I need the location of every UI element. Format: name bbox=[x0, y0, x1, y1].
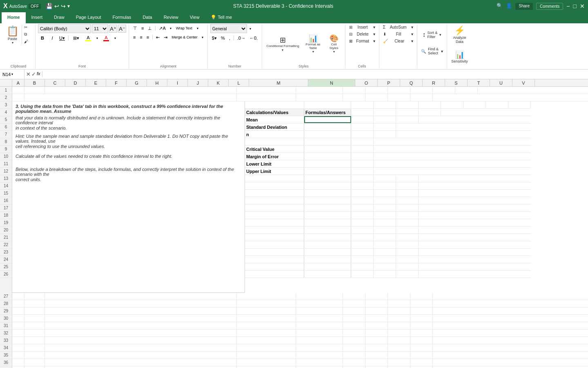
cell-p3[interactable] bbox=[374, 101, 396, 108]
cell-m1[interactable] bbox=[237, 87, 296, 94]
find-select-button[interactable]: 🔍 Find &Select ▾ bbox=[420, 46, 444, 56]
cell-n26[interactable] bbox=[304, 271, 351, 278]
find-dropdown[interactable]: ▾ bbox=[441, 49, 443, 54]
cell-p25[interactable] bbox=[374, 263, 396, 270]
cell-n5-mean-value[interactable] bbox=[304, 116, 351, 123]
cell-a2[interactable] bbox=[12, 94, 24, 101]
tab-data[interactable]: Data bbox=[137, 12, 158, 23]
orientation-dropdown[interactable]: ▾ bbox=[168, 24, 173, 32]
cell-p23[interactable] bbox=[374, 249, 396, 256]
col-header-b[interactable]: B bbox=[24, 79, 45, 87]
clear-button[interactable]: 🧹 Clear ▾ bbox=[382, 38, 414, 44]
cell-p4[interactable] bbox=[374, 109, 396, 116]
cell-p20[interactable] bbox=[374, 227, 396, 233]
cell-o23[interactable] bbox=[351, 249, 374, 256]
cell-q15[interactable] bbox=[396, 190, 419, 197]
insert-button[interactable]: ⊞ Insert ▾ bbox=[348, 24, 376, 30]
col-header-v[interactable]: V bbox=[512, 79, 535, 87]
cell-q21[interactable] bbox=[396, 234, 419, 241]
cell-p5[interactable] bbox=[374, 116, 396, 123]
save-icon[interactable]: 💾 bbox=[46, 3, 53, 9]
number-format-select[interactable]: General bbox=[210, 24, 247, 33]
cell-n13[interactable] bbox=[304, 175, 351, 182]
col-header-s[interactable]: S bbox=[445, 79, 468, 87]
orientation-button[interactable]: ↗A bbox=[157, 24, 167, 32]
cell-m4-header[interactable]: Calculations/Values bbox=[245, 109, 304, 116]
col-header-q[interactable]: Q bbox=[400, 79, 423, 87]
delete-button[interactable]: ⊟ Delete ▾ bbox=[348, 31, 376, 37]
col-header-l[interactable]: L bbox=[229, 79, 249, 87]
cell-t1[interactable] bbox=[455, 87, 478, 94]
font-size-increase-button[interactable]: A⁺ bbox=[109, 25, 117, 33]
col-header-f[interactable]: F bbox=[106, 79, 127, 87]
cell-o9[interactable] bbox=[351, 146, 374, 153]
decrease-decimal-button[interactable]: .0→ bbox=[236, 34, 247, 42]
cell-p22[interactable] bbox=[374, 241, 396, 248]
cell-p16[interactable] bbox=[374, 197, 396, 204]
cell-q17[interactable] bbox=[396, 204, 419, 211]
cell-o12[interactable] bbox=[351, 168, 374, 175]
wrap-text-dropdown[interactable]: ▾ bbox=[195, 24, 200, 32]
cell-n14[interactable] bbox=[304, 182, 351, 189]
comma-button[interactable]: , bbox=[227, 34, 232, 42]
cell-q26[interactable] bbox=[396, 271, 419, 278]
cell-o21[interactable] bbox=[351, 234, 374, 241]
cell-m12-upper[interactable]: Upper Limit bbox=[245, 168, 304, 175]
italic-button[interactable]: I bbox=[48, 34, 57, 42]
col-header-j[interactable]: J bbox=[188, 79, 208, 87]
indent-increase-button[interactable]: ⇥ bbox=[162, 33, 169, 41]
cell-r1[interactable] bbox=[410, 87, 433, 94]
cancel-formula-icon[interactable]: ✕ bbox=[26, 71, 31, 77]
cell-q3[interactable] bbox=[396, 101, 419, 108]
delete-dropdown[interactable]: ▾ bbox=[373, 32, 375, 36]
cell-p13[interactable] bbox=[374, 175, 396, 182]
comments-button[interactable]: Comments bbox=[536, 3, 563, 10]
cell-n21[interactable] bbox=[304, 234, 351, 241]
cell-n16[interactable] bbox=[304, 197, 351, 204]
cell-q19[interactable] bbox=[396, 219, 419, 226]
cell-n8[interactable] bbox=[304, 138, 351, 145]
redo-icon[interactable]: ↪ bbox=[61, 3, 66, 9]
cell-q24[interactable] bbox=[396, 256, 419, 263]
cell-m13[interactable] bbox=[245, 175, 304, 182]
cell-u3[interactable] bbox=[486, 101, 508, 108]
cell-m22[interactable] bbox=[245, 241, 304, 248]
cell-m24[interactable] bbox=[245, 256, 304, 263]
col-header-h[interactable]: H bbox=[147, 79, 167, 87]
cell-m20[interactable] bbox=[245, 227, 304, 233]
undo-icon[interactable]: ↩ bbox=[54, 3, 59, 9]
cell-styles-dropdown[interactable]: ▾ bbox=[333, 50, 335, 54]
cell-o4[interactable] bbox=[351, 109, 374, 116]
cell-o24[interactable] bbox=[351, 256, 374, 263]
cell-a1[interactable] bbox=[12, 87, 24, 94]
currency-button[interactable]: $▾ bbox=[210, 34, 218, 42]
cell-s1[interactable] bbox=[433, 87, 455, 94]
cell-o5[interactable] bbox=[351, 116, 374, 123]
align-left-button[interactable]: ≡ bbox=[131, 33, 137, 41]
cell-q2[interactable] bbox=[388, 94, 410, 101]
clear-dropdown[interactable]: ▾ bbox=[411, 39, 413, 43]
cell-n19[interactable] bbox=[304, 219, 351, 226]
cell-m10-margin[interactable]: Margin of Error bbox=[245, 153, 304, 160]
fill-color-button[interactable]: A bbox=[82, 34, 94, 42]
cell-n10-margin-value[interactable] bbox=[304, 153, 351, 160]
cell-o13[interactable] bbox=[351, 175, 374, 182]
copy-button[interactable]: ⧉ bbox=[23, 31, 33, 38]
cell-n11-lower-value[interactable] bbox=[304, 160, 351, 167]
cell-q16[interactable] bbox=[396, 197, 419, 204]
format-dropdown[interactable]: ▾ bbox=[373, 39, 375, 43]
cell-m25[interactable] bbox=[245, 263, 304, 270]
cell-n17[interactable] bbox=[304, 204, 351, 211]
cell-p15[interactable] bbox=[374, 190, 396, 197]
cell-m5-mean[interactable]: Mean bbox=[245, 116, 304, 123]
tab-page-layout[interactable]: Page Layout bbox=[70, 12, 107, 23]
cell-q18[interactable] bbox=[396, 212, 419, 219]
cell-n2[interactable] bbox=[296, 94, 343, 101]
cell-p26[interactable] bbox=[374, 271, 396, 278]
format-button[interactable]: ⊠ Format ▾ bbox=[348, 38, 376, 44]
cell-o18[interactable] bbox=[351, 212, 374, 219]
merge-center-dropdown[interactable]: ▾ bbox=[200, 33, 205, 41]
cell-r2[interactable] bbox=[410, 94, 433, 101]
title-search-icon[interactable]: 🔍 bbox=[497, 3, 503, 10]
cell-p2[interactable] bbox=[365, 94, 388, 101]
